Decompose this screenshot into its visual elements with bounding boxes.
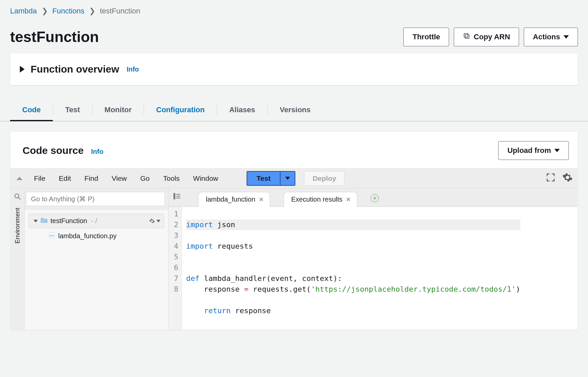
ide-test-button[interactable]: Test <box>247 171 281 186</box>
upload-from-label: Upload from <box>507 146 551 155</box>
caret-down-icon <box>285 177 290 180</box>
close-icon[interactable]: ✕ <box>259 196 264 203</box>
tab-versions[interactable]: Versions <box>268 99 323 121</box>
editor-tab-execution-results[interactable]: Execution results ✕ <box>284 192 357 207</box>
overview-title: Function overview <box>31 64 119 75</box>
chevron-right-icon: ❯ <box>89 7 95 15</box>
upload-from-button[interactable]: Upload from <box>498 141 569 160</box>
breadcrumb-lambda[interactable]: Lambda <box>10 7 37 15</box>
ide-menu-bar: File Edit Find View Go Tools Window Test… <box>10 168 578 188</box>
function-overview-panel: Function overview Info <box>10 53 578 85</box>
sidebar-rail: Environment <box>10 188 25 330</box>
expand-overview-toggle[interactable] <box>20 66 25 73</box>
project-name: testFunction <box>50 217 87 225</box>
menu-go[interactable]: Go <box>135 172 155 185</box>
copy-icon <box>463 32 470 42</box>
menu-edit[interactable]: Edit <box>53 172 76 185</box>
python-file-icon: <> <box>48 232 56 241</box>
folder-icon <box>40 217 48 225</box>
svg-point-2 <box>15 194 19 198</box>
tab-aliases[interactable]: Aliases <box>217 99 267 121</box>
fullscreen-icon[interactable] <box>546 173 555 184</box>
goto-anything-input[interactable] <box>26 192 165 206</box>
caret-down-icon <box>34 220 38 222</box>
svg-line-3 <box>19 198 21 200</box>
code-source-info-link[interactable]: Info <box>91 148 104 156</box>
function-tabs: Code Test Monitor Configuration Aliases … <box>0 99 588 121</box>
code-content[interactable]: import json import requests def lambda_h… <box>182 207 520 330</box>
breadcrumb-functions[interactable]: Functions <box>52 7 84 15</box>
tab-code[interactable]: Code <box>10 99 53 121</box>
editor-tabs: lambda_function ✕ Execution results ✕ + <box>169 188 578 207</box>
menu-view[interactable]: View <box>106 172 132 185</box>
menu-find[interactable]: Find <box>79 172 104 185</box>
ide-test-button-group: Test <box>247 171 296 186</box>
search-icon[interactable] <box>13 193 22 202</box>
breadcrumb-current: testFunction <box>100 7 140 15</box>
menu-file[interactable]: File <box>29 172 51 185</box>
ide-body: Environment testFunction - / <box>10 188 578 330</box>
svg-rect-6 <box>174 193 175 199</box>
project-root[interactable]: testFunction - / <box>29 214 164 228</box>
new-tab-button[interactable]: + <box>371 194 379 202</box>
copy-arn-label: Copy ARN <box>474 33 510 41</box>
gear-icon[interactable] <box>562 172 573 184</box>
code-editor[interactable]: 1 2 3 4 5 6 7 8 import json import reque… <box>169 207 578 330</box>
menu-tools[interactable]: Tools <box>158 172 185 185</box>
tab-monitor[interactable]: Monitor <box>93 99 144 121</box>
page-title: testFunction <box>10 29 99 45</box>
page-header: testFunction Throttle Copy ARN Actions <box>0 17 588 53</box>
project-suffix: - / <box>91 217 97 225</box>
file-lambda-function[interactable]: <> lambda_function.py <box>25 229 168 243</box>
svg-rect-1 <box>464 34 468 37</box>
line-gutter: 1 2 3 4 5 6 7 8 <box>169 207 182 330</box>
project-gear-icon[interactable] <box>149 218 160 224</box>
caret-down-icon <box>563 35 569 39</box>
svg-text:<>: <> <box>50 234 54 238</box>
copy-arn-button[interactable]: Copy ARN <box>454 28 519 46</box>
toggle-gutter-icon[interactable] <box>171 192 185 206</box>
menu-window[interactable]: Window <box>188 172 224 185</box>
code-source-panel: Code source Info Upload from File Edit F… <box>10 131 578 330</box>
caret-down-icon <box>554 149 560 152</box>
file-tree: testFunction - / <> lambda_function.py <box>25 188 169 330</box>
chevron-right-icon: ❯ <box>42 7 48 15</box>
tab-configuration[interactable]: Configuration <box>144 99 217 121</box>
environment-tab[interactable]: Environment <box>14 208 21 244</box>
editor-tab-lambda-function[interactable]: lambda_function ✕ <box>198 192 270 207</box>
close-icon[interactable]: ✕ <box>346 196 351 203</box>
cloud9-ide: File Edit Find View Go Tools Window Test… <box>10 168 578 330</box>
editor-tab-label: Execution results <box>291 196 342 203</box>
tab-test[interactable]: Test <box>53 99 92 121</box>
actions-label: Actions <box>533 33 560 41</box>
header-actions: Throttle Copy ARN Actions <box>403 28 578 46</box>
ide-test-dropdown[interactable] <box>281 171 295 186</box>
code-source-title: Code source <box>23 145 84 156</box>
overview-info-link[interactable]: Info <box>126 66 139 73</box>
svg-rect-0 <box>466 35 469 38</box>
editor-area: lambda_function ✕ Execution results ✕ + … <box>169 188 578 330</box>
actions-button[interactable]: Actions <box>524 28 578 46</box>
ide-deploy-button[interactable]: Deploy <box>304 171 344 186</box>
throttle-button[interactable]: Throttle <box>403 28 449 46</box>
file-name: lambda_function.py <box>58 232 116 240</box>
collapse-menu-icon[interactable] <box>16 177 23 180</box>
breadcrumb: Lambda ❯ Functions ❯ testFunction <box>0 0 588 17</box>
editor-tab-label: lambda_function <box>206 196 255 203</box>
